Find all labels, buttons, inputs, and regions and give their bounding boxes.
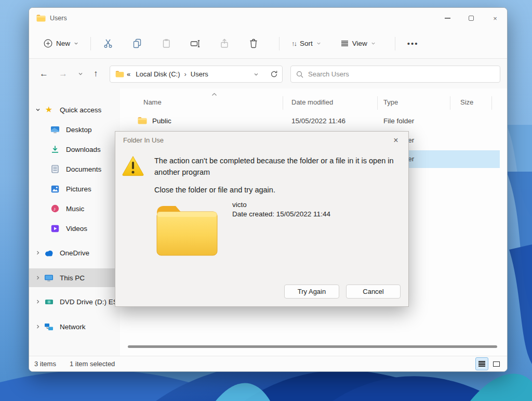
- share-button[interactable]: [214, 35, 235, 53]
- view-label: View: [352, 40, 367, 47]
- search-input[interactable]: [308, 70, 495, 78]
- videos-icon: [51, 225, 59, 232]
- sidebar-item-downloads[interactable]: Downloads: [29, 140, 120, 159]
- chevron-expanded-icon[interactable]: [35, 107, 41, 112]
- share-icon: [220, 38, 229, 48]
- sort-arrows-icon: ↑↓: [291, 40, 296, 47]
- address-bar[interactable]: « Local Disk (C:) › Users: [110, 66, 283, 83]
- breadcrumb-folder[interactable]: Users: [188, 70, 211, 78]
- close-button[interactable]: ×: [483, 8, 507, 29]
- breadcrumb-separator: ›: [182, 70, 188, 78]
- breadcrumb-overflow[interactable]: «: [124, 70, 133, 78]
- navigation-bar: ← → ↑ « Local Disk (C:) › Users: [29, 59, 507, 88]
- search-box[interactable]: [290, 66, 500, 83]
- sidebar-item-this-pc[interactable]: This PC: [29, 268, 120, 287]
- sidebar-item-network[interactable]: Network: [29, 317, 120, 336]
- back-button[interactable]: ←: [39, 69, 48, 78]
- sidebar-item-pictures[interactable]: Pictures: [29, 179, 120, 198]
- column-header-size[interactable]: Size: [460, 98, 473, 106]
- recent-locations-chevron[interactable]: [78, 71, 83, 76]
- new-button[interactable]: New: [38, 35, 84, 51]
- toolbar-divider: [90, 37, 91, 50]
- forward-button[interactable]: →: [59, 69, 68, 78]
- column-header-name[interactable]: Name: [143, 98, 162, 106]
- refresh-icon[interactable]: [270, 70, 278, 78]
- sidebar-label: OneDrive: [60, 249, 89, 257]
- cut-button[interactable]: [98, 35, 118, 53]
- column-divider[interactable]: [450, 96, 450, 110]
- rename-icon: [190, 39, 201, 48]
- chevron-collapsed-icon[interactable]: [35, 250, 41, 255]
- dialog-close-button[interactable]: ×: [390, 134, 402, 147]
- try-again-button[interactable]: Try Again: [284, 284, 339, 299]
- scissors-icon: [103, 38, 113, 48]
- sidebar-item-dvd-drive[interactable]: DVD Drive (D:) ESI: [29, 292, 120, 311]
- chevron-collapsed-icon[interactable]: [35, 324, 41, 329]
- up-button[interactable]: ↑: [94, 69, 98, 78]
- folder-icon: [36, 15, 46, 22]
- warning-icon: [122, 155, 144, 176]
- file-name: Public: [152, 117, 171, 125]
- sidebar-item-documents[interactable]: Documents: [29, 160, 120, 178]
- horizontal-scrollbar[interactable]: [128, 345, 500, 348]
- chevron-down-icon: [74, 41, 78, 46]
- sidebar-label: Downloads: [66, 146, 101, 153]
- documents-icon: [51, 165, 59, 173]
- dialog-item-name: victo: [232, 201, 247, 209]
- pictures-icon: [51, 185, 59, 193]
- maximize-button[interactable]: [459, 8, 483, 29]
- sidebar-label: DVD Drive (D:) ESI: [60, 298, 120, 306]
- column-headers: Name Date modified Type Size: [120, 94, 507, 111]
- toolbar-divider: [395, 37, 395, 50]
- more-options-button[interactable]: •••: [402, 35, 424, 51]
- column-divider[interactable]: [283, 96, 283, 110]
- window-titlebar: Users ×: [29, 8, 507, 29]
- sidebar-item-music[interactable]: ♪ Music: [29, 199, 120, 218]
- sort-button[interactable]: ↑↓ Sort: [286, 36, 326, 51]
- downloads-icon: [51, 145, 59, 153]
- column-divider[interactable]: [377, 96, 378, 110]
- music-icon: ♪: [51, 204, 59, 213]
- star-icon: ★: [44, 105, 54, 114]
- copy-button[interactable]: [127, 35, 148, 53]
- dialog-message: The action can't be completed because th…: [154, 156, 398, 178]
- copy-icon: [132, 38, 142, 48]
- sidebar-item-quick-access[interactable]: ★ Quick access: [29, 100, 120, 119]
- minimize-button[interactable]: [435, 8, 459, 29]
- chevron-down-icon: [371, 41, 376, 46]
- desktop-icon: [50, 126, 60, 134]
- file-date-modified: 15/05/2022 11:46: [291, 117, 345, 125]
- sort-ascending-icon: [211, 93, 217, 96]
- breadcrumb-drive[interactable]: Local Disk (C:): [133, 70, 182, 78]
- column-header-date-modified[interactable]: Date modified: [291, 98, 333, 106]
- sidebar-item-desktop[interactable]: Desktop: [29, 120, 120, 139]
- large-icons-view-button[interactable]: [490, 357, 503, 370]
- chevron-collapsed-icon[interactable]: [35, 299, 41, 304]
- file-row-public[interactable]: Public 15/05/2022 11:46 File folder: [120, 112, 501, 131]
- chevron-down-icon: [316, 41, 321, 46]
- sidebar-item-videos[interactable]: Videos: [29, 219, 120, 238]
- this-pc-icon: [44, 274, 54, 282]
- cancel-button[interactable]: Cancel: [346, 284, 401, 299]
- folder-in-use-dialog: Folder In Use × The action can't be comp…: [115, 131, 409, 307]
- details-view-icon: [478, 361, 485, 367]
- sidebar-label: Music: [66, 205, 84, 213]
- sidebar-label: Documents: [66, 165, 101, 173]
- column-header-type[interactable]: Type: [383, 98, 398, 106]
- view-lines-icon: [341, 40, 349, 47]
- paste-button[interactable]: [156, 35, 177, 53]
- details-view-button[interactable]: [475, 357, 488, 370]
- window-title: Users: [50, 15, 67, 22]
- dialog-title: Folder In Use: [123, 136, 164, 144]
- command-toolbar: New: [29, 29, 507, 59]
- chevron-collapsed-icon[interactable]: [35, 275, 41, 280]
- rename-button[interactable]: [185, 35, 206, 53]
- sidebar-item-onedrive[interactable]: OneDrive: [29, 243, 120, 262]
- delete-button[interactable]: [243, 35, 264, 53]
- address-dropdown-chevron[interactable]: [254, 72, 259, 77]
- view-button[interactable]: View: [336, 36, 381, 51]
- column-divider[interactable]: [491, 96, 492, 110]
- sort-label: Sort: [300, 40, 313, 47]
- scrollbar-thumb[interactable]: [128, 345, 497, 348]
- sidebar-label: Desktop: [66, 126, 92, 134]
